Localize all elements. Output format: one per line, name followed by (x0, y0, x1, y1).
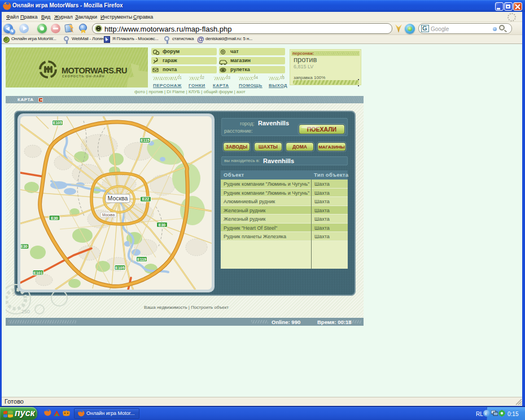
svg-text:E119: E119 (137, 257, 146, 261)
svg-text:E22: E22 (142, 197, 150, 201)
svg-text:MOTORWARS.RU: MOTORWARS.RU (62, 66, 127, 75)
svg-text:5: 5 (12, 291, 15, 297)
svg-text:E105: E105 (115, 266, 124, 270)
svg-text:E30: E30 (51, 216, 58, 220)
svg-text:E30: E30 (159, 223, 166, 227)
svg-text:E101: E101 (33, 271, 42, 275)
svg-text:Москва: Москва (102, 213, 115, 217)
svg-text:250: 250 (21, 309, 30, 314)
svg-text:СКОРОСТЬ ОН-ЛАЙН: СКОРОСТЬ ОН-ЛАЙН (62, 74, 105, 78)
svg-text:E105: E105 (53, 121, 62, 125)
svg-text:Москва: Москва (108, 195, 128, 202)
svg-text:E115: E115 (141, 138, 150, 142)
svg-text:E30: E30 (20, 244, 28, 248)
